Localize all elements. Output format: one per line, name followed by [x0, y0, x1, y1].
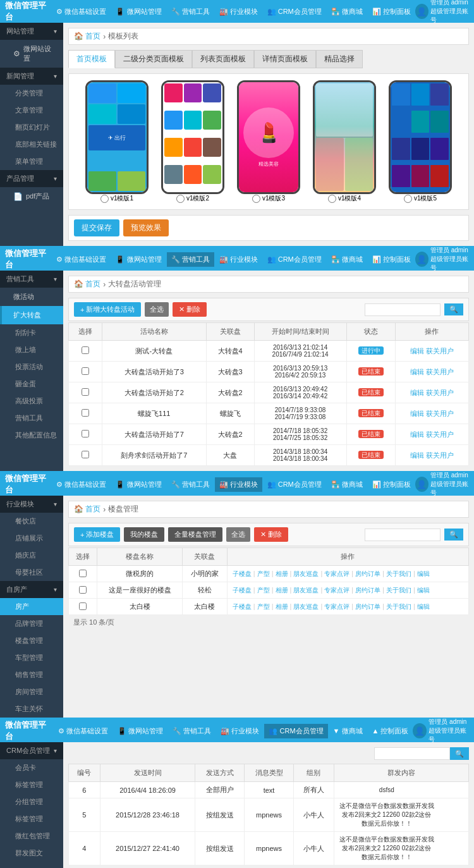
- sidebar-room-mgmt[interactable]: 房间管理: [0, 683, 63, 700]
- sidebar-group-mgmt[interactable]: 分组管理: [0, 793, 63, 810]
- op-sub-building-3[interactable]: 子楼盘: [233, 602, 252, 611]
- sidebar-article-mgmt[interactable]: 文章管理: [0, 102, 63, 119]
- sidebar-smash-egg[interactable]: 砸金蛋: [0, 376, 63, 393]
- nav-wechat-settings-3[interactable]: ⚙ 微信基础设置: [52, 477, 111, 492]
- nav-dashboard-2[interactable]: 📊 控制面板: [368, 252, 415, 267]
- breadcrumb-home-3[interactable]: 🏠 首页: [74, 504, 100, 515]
- row-cb-6[interactable]: [82, 451, 89, 458]
- nav-dashboard-3[interactable]: 📊 控制面板: [368, 477, 415, 492]
- edit-link-1[interactable]: 编辑: [410, 347, 424, 355]
- edit-link-6[interactable]: 编辑: [410, 451, 424, 459]
- nav-shop-4[interactable]: ▼ 微商城: [329, 724, 367, 738]
- submit-save-btn[interactable]: 提交保存: [74, 219, 119, 236]
- sidebar-pdf-product[interactable]: 📄pdf产品: [0, 187, 63, 205]
- search-btn-3[interactable]: 🔍: [444, 529, 463, 541]
- disable-link-4[interactable]: 获关用户: [426, 410, 454, 417]
- disable-link-1[interactable]: 获关用户: [426, 347, 454, 355]
- disable-link-6[interactable]: 获关用户: [426, 451, 454, 459]
- op-product-type-3[interactable]: 产型: [257, 602, 270, 611]
- nav-website-mgmt-3[interactable]: 📱 微网站管理: [111, 477, 166, 492]
- op-sub-building-1[interactable]: 子楼盘: [233, 570, 252, 578]
- nav-industry-4[interactable]: 🏭 行业模块: [216, 724, 264, 738]
- nav-crm-3[interactable]: 👥 CRM会员管理: [263, 477, 326, 492]
- op-product-type-1[interactable]: 产型: [257, 570, 270, 578]
- full-manage-btn[interactable]: 全量楼盘管理: [168, 527, 222, 542]
- sidebar-building-mgmt[interactable]: 楼盘管理: [0, 632, 63, 649]
- search-btn-4[interactable]: 🔍: [450, 747, 469, 760]
- sidebar-big-wheel[interactable]: 扩大转盘: [0, 306, 63, 324]
- nav-industry-2[interactable]: 🏭 行业模块: [215, 252, 262, 267]
- sidebar-scratch-card[interactable]: 刮刮卡: [0, 324, 63, 341]
- tab-secondary-template[interactable]: 二级分类页面模板: [115, 50, 192, 68]
- sidebar-tag-mgmt2[interactable]: 标签管理: [0, 810, 63, 828]
- nav-shop-3[interactable]: 🏪 微商城: [327, 477, 367, 492]
- tab-detail-template[interactable]: 详情页面模板: [254, 50, 316, 68]
- op-edit-1[interactable]: 编辑: [417, 570, 430, 578]
- op-booking-3[interactable]: 房约订单: [355, 602, 380, 611]
- search-input-3[interactable]: [365, 529, 441, 541]
- op-booking-1[interactable]: 房约订单: [355, 570, 380, 578]
- sidebar-mass-post[interactable]: 群发图文: [0, 845, 63, 862]
- op-friend-tour-2[interactable]: 朋友巡盘: [293, 586, 319, 595]
- op-about-1[interactable]: 关于我们: [386, 570, 411, 578]
- row3-cb-3[interactable]: [79, 602, 87, 610]
- op-album-3[interactable]: 相册: [276, 602, 288, 611]
- nav-marketing-3[interactable]: 🔧 营销工具: [167, 477, 214, 492]
- sidebar-baby-community[interactable]: 母婴社区: [0, 564, 63, 581]
- sidebar-sales-mgmt[interactable]: 销售管理: [0, 666, 63, 683]
- nav-shop-1[interactable]: 🏪 微商城: [327, 4, 367, 19]
- sidebar-menu-mgmt[interactable]: 菜单管理: [0, 153, 63, 170]
- op-about-2[interactable]: 关于我们: [386, 586, 411, 595]
- op-about-3[interactable]: 关于我们: [386, 602, 411, 611]
- sidebar-vote-activity[interactable]: 投票活动: [0, 358, 63, 376]
- op-product-type-2[interactable]: 产型: [257, 586, 270, 595]
- sidebar-wedding[interactable]: 婚庆店: [0, 547, 63, 564]
- nav-wechat-settings-2[interactable]: ⚙ 微信基础设置: [52, 252, 111, 267]
- nav-dashboard-4[interactable]: ▲ 控制面板: [368, 724, 413, 738]
- row-cb-4[interactable]: [82, 409, 89, 417]
- sidebar-brand-mgmt[interactable]: 品牌管理: [0, 615, 63, 632]
- sidebar-store-display[interactable]: 店铺展示: [0, 530, 63, 547]
- sidebar-restaurant[interactable]: 餐饮店: [0, 513, 63, 530]
- tab-premium-template[interactable]: 精品选择: [316, 50, 363, 68]
- row-cb-2[interactable]: [82, 367, 89, 375]
- edit-link-4[interactable]: 编辑: [410, 410, 424, 417]
- search-input-2[interactable]: [365, 303, 441, 316]
- phone-radio-1[interactable]: [100, 195, 109, 203]
- sidebar-car-care[interactable]: 车主关怀: [0, 700, 63, 718]
- sidebar-micro-activity[interactable]: 微活动: [0, 288, 63, 306]
- search-btn-2[interactable]: 🔍: [444, 303, 463, 315]
- row-cb-3[interactable]: [82, 388, 89, 396]
- disable-link-3[interactable]: 获关用户: [426, 389, 454, 396]
- phone-radio-3[interactable]: [252, 195, 260, 203]
- search-input-4[interactable]: [374, 747, 450, 760]
- my-buildings-btn[interactable]: 我的楼盘: [124, 527, 164, 542]
- tab-list-template[interactable]: 列表页面模板: [192, 50, 254, 68]
- nav-marketing-4[interactable]: 🔧 营销工具: [168, 724, 216, 738]
- phone-label-1[interactable]: v1模版1: [82, 194, 152, 203]
- select-all-btn-3[interactable]: 全选: [226, 527, 250, 542]
- phone-label-3[interactable]: v1模版3: [234, 194, 303, 203]
- nav-marketing-1[interactable]: 🔧 营销工具: [167, 4, 214, 19]
- sidebar-red-packet-mgmt[interactable]: 微红包管理: [0, 828, 63, 845]
- nav-website-mgmt-4[interactable]: 📱 微网站管理: [113, 724, 167, 738]
- nav-industry-3[interactable]: 🏭 行业模块: [215, 477, 262, 492]
- op-album-1[interactable]: 相册: [276, 570, 288, 578]
- sidebar-footer-links[interactable]: 底部相关链接: [0, 136, 63, 153]
- disable-link-5[interactable]: 获关用户: [426, 431, 454, 438]
- delete-selected-btn-3[interactable]: ✕ 删除: [254, 527, 288, 542]
- nav-website-mgmt-1[interactable]: 📱 微网站管理: [111, 4, 166, 19]
- op-expert-review-3[interactable]: 专家点评: [324, 602, 349, 611]
- row-cb-1[interactable]: [82, 346, 89, 354]
- op-edit-3[interactable]: 编辑: [417, 602, 430, 611]
- phone-label-4[interactable]: v1模版4: [310, 194, 379, 203]
- op-sub-building-2[interactable]: 子楼盘: [233, 586, 252, 595]
- sidebar-category-mgmt[interactable]: 分类管理: [0, 85, 63, 102]
- phone-radio-2[interactable]: [176, 195, 185, 203]
- breadcrumb-home-2[interactable]: 🏠 首页: [74, 279, 100, 290]
- op-friend-tour-1[interactable]: 朋友巡盘: [293, 570, 319, 578]
- op-album-2[interactable]: 相册: [276, 586, 288, 595]
- nav-wechat-settings-1[interactable]: ⚙ 微信基础设置: [52, 4, 111, 19]
- op-expert-review-2[interactable]: 专家点评: [324, 586, 349, 595]
- disable-link-2[interactable]: 获关用户: [426, 368, 454, 376]
